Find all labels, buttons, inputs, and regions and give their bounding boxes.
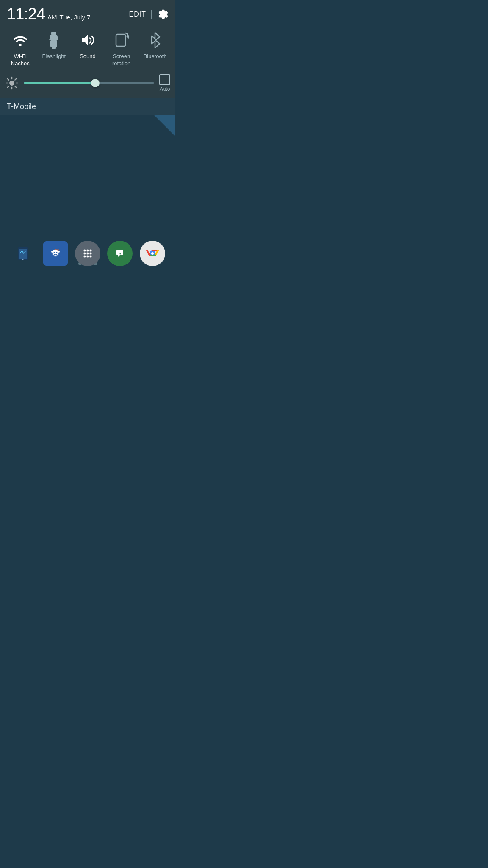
flashlight-icon [44, 30, 64, 50]
dock-chrome[interactable] [140, 241, 165, 266]
settings-button[interactable] [157, 8, 169, 20]
sound-label: Sound [80, 53, 96, 60]
carrier-label: T-Mobile [7, 102, 36, 111]
dock-hangouts[interactable]: ,, [107, 241, 133, 266]
bluetooth-icon [145, 30, 165, 50]
svg-line-10 [8, 79, 9, 80]
status-right: EDIT [129, 8, 169, 20]
tile-sound[interactable]: Sound [73, 30, 103, 60]
svg-point-26 [83, 249, 86, 251]
svg-rect-0 [51, 32, 56, 35]
svg-line-13 [8, 86, 9, 87]
svg-point-19 [53, 252, 55, 253]
auto-icon [159, 74, 170, 85]
time-main: 11:24 [7, 5, 45, 23]
svg-point-24 [51, 251, 53, 253]
wifi-label: Wi-FiNachos [11, 53, 30, 67]
svg-point-29 [83, 252, 86, 254]
svg-point-30 [86, 252, 89, 254]
divider [151, 10, 152, 19]
brightness-icon [5, 76, 19, 90]
dock-reddit[interactable] [43, 241, 68, 266]
tile-wifi[interactable]: Wi-FiNachos [6, 30, 35, 67]
svg-point-33 [86, 255, 89, 257]
brightness-row: Auto [0, 72, 175, 98]
svg-line-12 [15, 79, 16, 80]
svg-point-32 [83, 255, 86, 257]
dock: ,, [0, 235, 175, 272]
auto-label: Auto [160, 86, 170, 92]
wifi-icon [11, 30, 30, 50]
brightness-track [24, 82, 154, 84]
svg-rect-4 [116, 34, 125, 46]
bluetooth-label: Bluetooth [144, 53, 167, 60]
svg-point-20 [56, 252, 57, 253]
screen-rotation-label: Screenrotation [112, 53, 130, 67]
notification-panel: 11:24 AM Tue, July 7 EDIT [0, 0, 175, 98]
status-bar: 11:24 AM Tue, July 7 EDIT [0, 0, 175, 27]
svg-point-27 [86, 249, 89, 251]
brightness-fill [24, 82, 95, 84]
quick-tiles-row: Wi-FiNachos Flashlight [0, 27, 175, 72]
auto-brightness-button[interactable]: Auto [159, 74, 170, 92]
flashlight-label: Flashlight [42, 53, 66, 60]
svg-point-31 [89, 252, 92, 254]
rotation-icon [112, 30, 131, 50]
time-date: Tue, July 7 [60, 14, 91, 21]
svg-point-41 [151, 252, 154, 255]
homescreen: ,, [0, 115, 175, 272]
dock-phone[interactable] [10, 241, 36, 266]
notification-area: T-Mobile [0, 98, 175, 115]
tile-screen-rotation[interactable]: Screenrotation [107, 30, 136, 67]
svg-line-22 [55, 250, 58, 250]
svg-point-34 [89, 255, 92, 257]
svg-marker-1 [49, 35, 58, 40]
sound-icon [78, 30, 97, 50]
brightness-thumb[interactable] [91, 79, 100, 87]
svg-point-5 [9, 81, 14, 86]
svg-point-28 [89, 249, 92, 251]
edit-button[interactable]: EDIT [129, 11, 146, 18]
svg-text:,,: ,, [119, 250, 121, 255]
time-area: 11:24 AM Tue, July 7 [7, 5, 90, 23]
dock-apps-drawer[interactable] [75, 241, 100, 266]
tile-bluetooth[interactable]: Bluetooth [140, 30, 170, 60]
corner-accent [154, 115, 175, 136]
svg-point-23 [58, 251, 60, 253]
brightness-slider[interactable] [24, 79, 154, 87]
svg-point-15 [22, 259, 24, 260]
svg-rect-3 [52, 47, 56, 49]
svg-line-11 [15, 86, 16, 87]
svg-rect-2 [50, 40, 57, 47]
time-ampm: AM [47, 14, 57, 21]
tile-flashlight[interactable]: Flashlight [39, 30, 69, 60]
